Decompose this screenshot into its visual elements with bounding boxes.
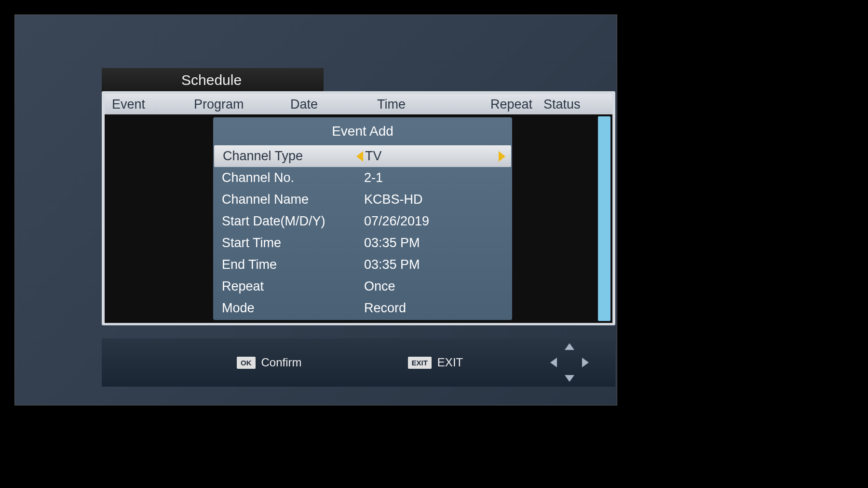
field-label: Channel Type [223,149,365,164]
field-start-time[interactable]: Start Time 03:35 PM [213,232,512,254]
event-add-dialog: Event Add Channel Type TV Channel No. 2-… [213,117,512,320]
field-start-date[interactable]: Start Date(M/D/Y) 07/26/2019 [213,210,512,232]
page-title: Schedule [181,72,242,88]
content-area: Event Add Channel Type TV Channel No. 2-… [105,114,612,323]
confirm-button[interactable]: OK Confirm [237,356,302,369]
field-label: Repeat [222,279,364,294]
arrow-right-icon[interactable] [499,151,505,162]
column-header-date: Date [290,97,377,112]
table-header: Event Program Date Time Repeat Status [105,94,612,114]
dpad-left-icon[interactable] [550,358,557,367]
field-channel-type[interactable]: Channel Type TV [214,145,511,167]
scrollbar[interactable] [598,116,610,321]
column-header-repeat: Repeat [490,97,543,112]
confirm-label: Confirm [261,356,302,369]
field-value: 2-1 [364,170,512,185]
arrow-left-icon[interactable] [356,151,363,162]
field-value: Record [364,301,512,316]
field-label: End Time [222,257,364,272]
column-header-status: Status [543,97,592,112]
column-header-event: Event [109,97,194,112]
field-channel-no[interactable]: Channel No. 2-1 [213,167,512,189]
exit-badge: EXIT [408,357,432,369]
field-value: 03:35 PM [364,236,512,251]
field-label: Channel Name [222,192,364,207]
exit-button[interactable]: EXIT EXIT [408,356,463,369]
dialog-title: Event Add [213,117,512,145]
field-end-time[interactable]: End Time 03:35 PM [213,254,512,276]
field-repeat[interactable]: Repeat Once [213,276,512,297]
ok-badge: OK [237,357,256,369]
field-label: Start Date(M/D/Y) [222,214,364,229]
field-value: Once [364,279,512,294]
field-label: Channel No. [222,170,364,185]
page-title-tab: Schedule [102,68,324,92]
column-header-program: Program [194,97,290,112]
field-label: Start Time [222,236,364,251]
dpad-right-icon[interactable] [582,358,589,367]
tv-screen: Schedule Event Program Date Time Repeat … [14,14,617,405]
field-value: TV [365,149,511,164]
dpad-up-icon[interactable] [565,343,574,350]
dpad-navigation[interactable] [550,343,589,382]
field-label: Mode [222,301,364,316]
field-value: KCBS-HD [364,192,512,207]
schedule-panel: Event Program Date Time Repeat Status Ev… [102,91,615,325]
field-mode[interactable]: Mode Record [213,297,512,319]
field-value: 03:35 PM [364,257,512,272]
footer-bar: OK Confirm EXIT EXIT [102,338,615,387]
field-value: 07/26/2019 [364,214,512,229]
dpad-down-icon[interactable] [565,375,574,382]
exit-label: EXIT [437,356,463,369]
column-header-time: Time [377,97,490,112]
field-channel-name[interactable]: Channel Name KCBS-HD [213,189,512,210]
